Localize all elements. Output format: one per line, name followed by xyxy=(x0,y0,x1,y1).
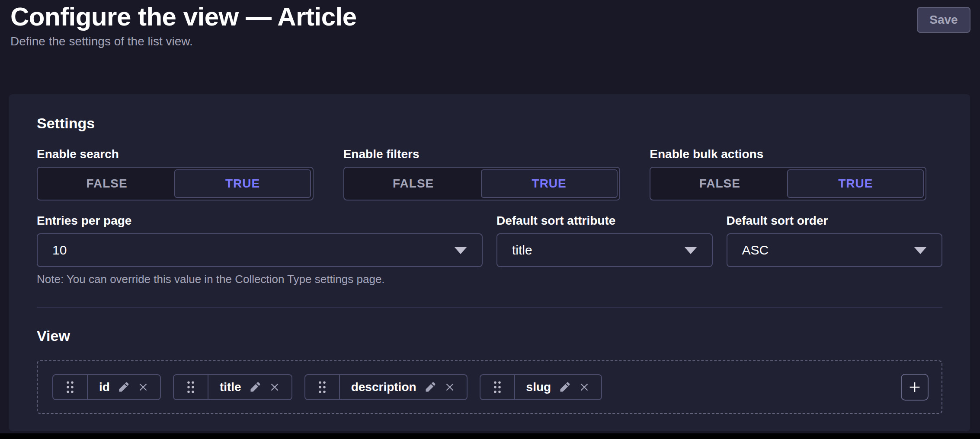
settings-card: Settings Enable search FALSE TRUE Enable… xyxy=(9,94,970,431)
page-subtitle: Define the settings of the list view. xyxy=(10,34,970,49)
drag-handle-icon[interactable] xyxy=(480,375,515,399)
field-chip-title[interactable]: title xyxy=(173,374,292,400)
caret-down-icon xyxy=(454,247,467,254)
caret-down-icon xyxy=(914,247,927,254)
chip-label: description xyxy=(351,380,416,394)
window-bottom-edge xyxy=(0,433,980,439)
field-chip-slug[interactable]: slug xyxy=(480,374,602,400)
close-icon[interactable] xyxy=(579,382,590,393)
field-label: Enable filters xyxy=(343,147,636,162)
toggle-option-false[interactable]: FALSE xyxy=(346,169,481,198)
section-divider xyxy=(37,307,942,308)
field-label: Enable search xyxy=(37,147,330,162)
pencil-icon[interactable] xyxy=(118,381,130,393)
close-icon[interactable] xyxy=(269,382,280,393)
field-label: Default sort attribute xyxy=(496,213,713,228)
field-label: Default sort order xyxy=(727,213,943,228)
plus-icon xyxy=(907,380,922,394)
pencil-icon[interactable] xyxy=(424,381,436,393)
toggle-enable-search[interactable]: FALSE TRUE xyxy=(37,167,314,200)
chip-body: slug xyxy=(515,375,602,399)
toggle-enable-bulk-actions[interactable]: FALSE TRUE xyxy=(650,167,926,200)
select-field-entries-per-page: Entries per page 10 Note: You can overri… xyxy=(37,213,483,286)
field-chip-description[interactable]: description xyxy=(304,374,468,400)
field-chip-id[interactable]: id xyxy=(52,374,161,400)
toggle-option-true[interactable]: TRUE xyxy=(174,169,311,198)
view-fields-dropzone: id title xyxy=(37,360,942,414)
toggle-option-true[interactable]: TRUE xyxy=(787,169,924,198)
toggle-option-true[interactable]: TRUE xyxy=(481,169,618,198)
entries-per-page-select[interactable]: 10 xyxy=(37,233,483,267)
toggle-option-false[interactable]: FALSE xyxy=(652,169,787,198)
field-label: Entries per page xyxy=(37,213,483,228)
drag-dots-icon xyxy=(493,380,502,394)
chip-body: title xyxy=(208,375,291,399)
pencil-icon[interactable] xyxy=(249,381,261,393)
toggle-field-enable-bulk-actions: Enable bulk actions FALSE TRUE xyxy=(650,147,942,200)
add-field-button[interactable] xyxy=(901,374,929,401)
selects-row: Entries per page 10 Note: You can overri… xyxy=(37,213,942,286)
close-icon[interactable] xyxy=(138,382,149,393)
page-title: Configure the view — Article xyxy=(10,3,970,30)
chip-label: slug xyxy=(526,380,551,394)
default-sort-attribute-select[interactable]: title xyxy=(496,233,713,267)
caret-down-icon xyxy=(684,247,697,254)
entries-note: Note: You can override this value in the… xyxy=(37,272,483,286)
toggle-field-enable-filters: Enable filters FALSE TRUE xyxy=(343,147,636,200)
drag-dots-icon xyxy=(186,380,195,394)
select-value: 10 xyxy=(52,243,67,258)
select-field-default-sort-attribute: Default sort attribute title xyxy=(496,213,713,286)
select-value: ASC xyxy=(742,243,769,258)
settings-section-heading: Settings xyxy=(37,114,942,132)
chip-label: id xyxy=(99,380,110,394)
chip-label: title xyxy=(220,380,241,394)
drag-handle-icon[interactable] xyxy=(174,375,208,399)
field-label: Enable bulk actions xyxy=(650,147,942,162)
save-button[interactable]: Save xyxy=(917,7,970,33)
page-header: Configure the view — Article Define the … xyxy=(0,0,980,49)
toggle-option-false[interactable]: FALSE xyxy=(39,169,174,198)
toggles-row: Enable search FALSE TRUE Enable filters … xyxy=(37,147,942,200)
default-sort-order-select[interactable]: ASC xyxy=(727,233,943,267)
select-value: title xyxy=(512,243,532,258)
drag-handle-icon[interactable] xyxy=(53,375,88,399)
drag-dots-icon xyxy=(66,380,74,394)
toggle-enable-filters[interactable]: FALSE TRUE xyxy=(343,167,620,200)
view-section-heading: View xyxy=(37,327,942,345)
toggle-field-enable-search: Enable search FALSE TRUE xyxy=(37,147,330,200)
drag-handle-icon[interactable] xyxy=(305,375,340,399)
pencil-icon[interactable] xyxy=(559,381,571,393)
chip-body: id xyxy=(88,375,160,399)
select-field-default-sort-order: Default sort order ASC xyxy=(727,213,943,286)
drag-dots-icon xyxy=(318,380,327,394)
chip-body: description xyxy=(340,375,467,399)
close-icon[interactable] xyxy=(444,382,455,393)
